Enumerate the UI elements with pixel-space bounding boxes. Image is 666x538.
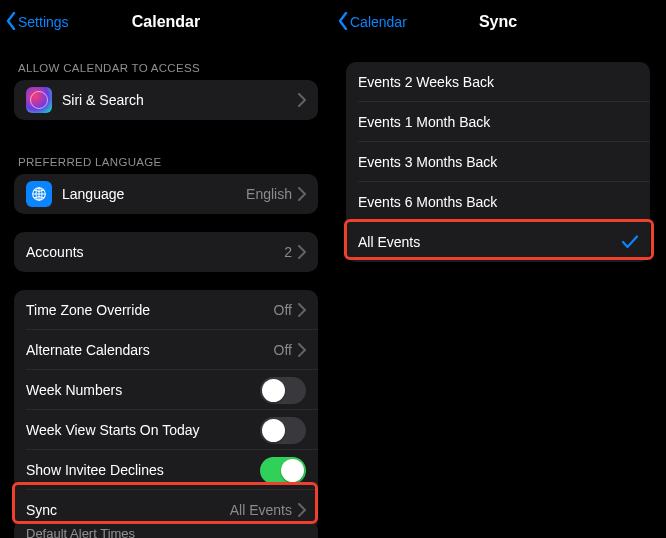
page-title: Calendar [132,13,200,31]
back-label: Calendar [350,14,407,30]
row-label: Accounts [26,244,284,260]
group-accounts: Accounts 2 [14,232,318,272]
row-label: Time Zone Override [26,302,274,318]
siri-icon [26,87,52,113]
group-access: Siri & Search [14,80,318,120]
toggle-week-numbers[interactable] [260,377,306,404]
row-default-alert-times[interactable]: Default Alert Times [14,520,318,538]
row-label: Default Alert Times [26,526,306,538]
nav-bar: Settings Calendar [0,0,332,44]
section-header-language: PREFERRED LANGUAGE [14,138,318,174]
toggle-week-view-start-today[interactable] [260,417,306,444]
group-options: Time Zone Override Off Alternate Calenda… [14,290,318,530]
toggle-show-invitee-declines[interactable] [260,457,306,484]
row-time-zone-override[interactable]: Time Zone Override Off [14,290,318,330]
sync-option-row[interactable]: Events 2 Weeks Back [346,62,650,102]
row-label: Events 6 Months Back [358,194,638,210]
row-label: Events 2 Weeks Back [358,74,638,90]
row-alternate-calendars[interactable]: Alternate Calendars Off [14,330,318,370]
row-value: Off [274,302,292,318]
group-language: Language English [14,174,318,214]
sync-option-row[interactable]: Events 6 Months Back [346,182,650,222]
checkmark-icon [622,235,638,249]
row-label: Show Invitee Declines [26,462,260,478]
row-language[interactable]: Language English [14,174,318,214]
row-label: Week Numbers [26,382,260,398]
chevron-right-icon [298,245,306,259]
chevron-right-icon [298,503,306,517]
chevron-left-icon [338,12,350,33]
row-week-view-start-today[interactable]: Week View Starts On Today [14,410,318,450]
chevron-right-icon [298,93,306,107]
row-show-invitee-declines[interactable]: Show Invitee Declines [14,450,318,490]
row-value: English [246,186,292,202]
sync-settings-pane: Calendar Sync Events 2 Weeks BackEvents … [332,0,664,538]
row-label: Language [62,186,246,202]
row-label: Events 1 Month Back [358,114,638,130]
group-sync-options: Events 2 Weeks BackEvents 1 Month BackEv… [346,62,650,262]
globe-icon [26,181,52,207]
section-header-access: ALLOW CALENDAR TO ACCESS [14,44,318,80]
row-label: All Events [358,234,622,250]
sync-option-row[interactable]: All Events [346,222,650,262]
chevron-left-icon [6,12,18,33]
row-siri-search[interactable]: Siri & Search [14,80,318,120]
back-button-settings[interactable]: Settings [6,0,69,44]
nav-bar: Calendar Sync [332,0,664,44]
row-label: Events 3 Months Back [358,154,638,170]
sync-option-row[interactable]: Events 1 Month Back [346,102,650,142]
back-label: Settings [18,14,69,30]
chevron-right-icon [298,343,306,357]
row-value: 2 [284,244,292,260]
chevron-right-icon [298,303,306,317]
chevron-right-icon [298,187,306,201]
row-label: Week View Starts On Today [26,422,260,438]
row-week-numbers[interactable]: Week Numbers [14,370,318,410]
row-label: Alternate Calendars [26,342,274,358]
calendar-settings-pane: Settings Calendar ALLOW CALENDAR TO ACCE… [0,0,332,538]
row-accounts[interactable]: Accounts 2 [14,232,318,272]
page-title: Sync [479,13,517,31]
back-button-calendar[interactable]: Calendar [338,0,407,44]
row-label: Sync [26,502,230,518]
row-value: All Events [230,502,292,518]
row-label: Siri & Search [62,92,298,108]
sync-option-row[interactable]: Events 3 Months Back [346,142,650,182]
row-value: Off [274,342,292,358]
